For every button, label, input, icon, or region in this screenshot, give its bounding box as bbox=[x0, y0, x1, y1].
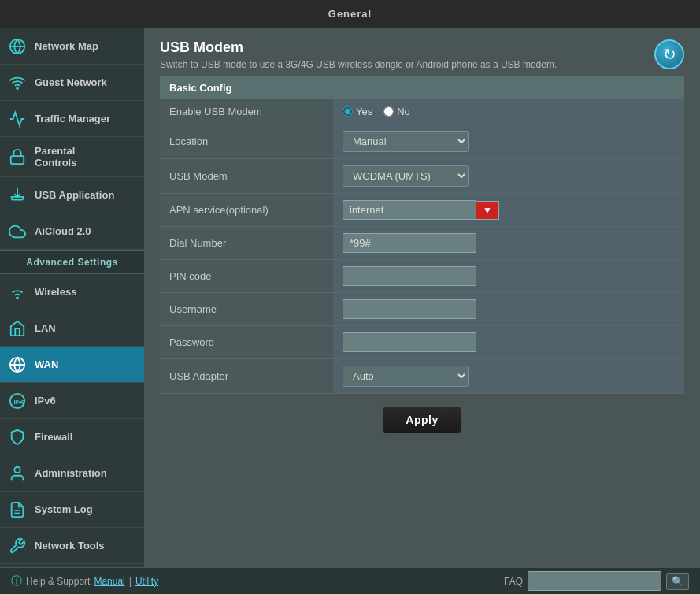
apn-input[interactable] bbox=[343, 200, 476, 220]
content-header: USB Modem Switch to USB mode to use a 3G… bbox=[144, 28, 700, 76]
location-row: Location Manual Auto bbox=[160, 124, 684, 159]
apn-wrapper: ▼ bbox=[343, 200, 675, 220]
sidebar-item-administration[interactable]: Administration bbox=[0, 455, 144, 492]
enable-no-label[interactable]: No bbox=[383, 106, 410, 117]
enable-yes-label[interactable]: Yes bbox=[343, 106, 372, 117]
sidebar-item-parental-controls[interactable]: ParentalControls bbox=[0, 137, 144, 177]
pin-input[interactable] bbox=[343, 266, 476, 286]
enable-label: Enable USB Modem bbox=[160, 99, 333, 124]
usb-adapter-value-cell: Auto Manual bbox=[333, 359, 684, 394]
sidebar-label: USB Application bbox=[35, 189, 114, 201]
sidebar-item-network-tools[interactable]: Network Tools bbox=[0, 528, 144, 564]
usb-icon bbox=[8, 186, 27, 205]
config-table: Basic Config Enable USB Modem Yes bbox=[160, 76, 684, 394]
pin-label: PIN code bbox=[160, 260, 333, 293]
apply-button[interactable]: Apply bbox=[383, 407, 461, 433]
page-subtitle: Switch to USB mode to use a 3G/4G USB wi… bbox=[160, 59, 557, 70]
lock-icon bbox=[8, 147, 27, 166]
globe-icon bbox=[8, 355, 27, 374]
home-icon bbox=[8, 319, 27, 338]
cloud-icon bbox=[8, 222, 27, 241]
usb-adapter-row: USB Adapter Auto Manual bbox=[160, 359, 684, 394]
svg-text:IPv6: IPv6 bbox=[13, 399, 24, 404]
page-title: USB Modem bbox=[160, 39, 557, 56]
sidebar-label: IPv6 bbox=[35, 395, 56, 407]
password-value-cell bbox=[333, 326, 684, 359]
ipv6-icon: IPv6 bbox=[8, 392, 27, 410]
svg-point-2 bbox=[17, 87, 18, 89]
password-label: Password bbox=[160, 326, 333, 359]
sidebar-label: Wireless bbox=[35, 286, 76, 298]
section-title: Basic Config bbox=[160, 76, 684, 99]
enable-usb-row: Enable USB Modem Yes No bbox=[160, 99, 684, 124]
password-row: Password bbox=[160, 326, 684, 359]
dial-input[interactable] bbox=[343, 233, 476, 253]
apn-value-cell: ▼ bbox=[333, 194, 684, 227]
sidebar-item-usb-application[interactable]: USB Application bbox=[0, 177, 144, 213]
sidebar-item-lan[interactable]: LAN bbox=[0, 310, 144, 347]
usb-modem-row: USB Modem WCDMA (UMTS) CDMA WiMAX bbox=[160, 159, 684, 194]
location-value-cell: Manual Auto bbox=[333, 124, 684, 159]
faq-area: FAQ 🔍 bbox=[504, 571, 689, 591]
sidebar: Network Map Guest Network Traffic Manage… bbox=[0, 28, 144, 567]
footer-utility-link[interactable]: Utility bbox=[135, 576, 158, 587]
chart-icon bbox=[8, 110, 27, 128]
svg-point-4 bbox=[17, 297, 18, 299]
advanced-settings-label: Advanced Settings bbox=[0, 250, 144, 274]
sidebar-item-aicloud[interactable]: AiCloud 2.0 bbox=[0, 213, 144, 250]
sidebar-item-firewall[interactable]: Firewall bbox=[0, 419, 144, 455]
content-title-block: USB Modem Switch to USB mode to use a 3G… bbox=[160, 39, 557, 70]
dial-label: Dial Number bbox=[160, 227, 333, 260]
footer-separator: | bbox=[129, 576, 131, 587]
sidebar-item-network-map[interactable]: Network Map bbox=[0, 28, 144, 65]
footer: ⓘ Help & Support Manual | Utility FAQ 🔍 bbox=[0, 567, 700, 594]
back-button[interactable]: ↻ bbox=[654, 39, 684, 69]
username-input[interactable] bbox=[343, 299, 476, 319]
content-area: USB Modem Switch to USB mode to use a 3G… bbox=[144, 28, 700, 567]
general-label: General bbox=[328, 8, 372, 20]
enable-value-cell: Yes No bbox=[333, 99, 684, 124]
person-icon bbox=[8, 464, 27, 483]
sidebar-item-ipv6[interactable]: IPv6 IPv6 bbox=[0, 383, 144, 419]
sidebar-label: Network Tools bbox=[35, 540, 105, 551]
usb-adapter-select[interactable]: Auto Manual bbox=[343, 366, 469, 387]
username-label: Username bbox=[160, 293, 333, 326]
content-body: Basic Config Enable USB Modem Yes bbox=[144, 76, 700, 567]
sidebar-label: Guest Network bbox=[35, 76, 107, 88]
sidebar-item-wan[interactable]: WAN bbox=[0, 347, 144, 383]
location-label: Location bbox=[160, 124, 333, 159]
sidebar-label: System Log bbox=[35, 503, 93, 515]
apn-row: APN service(optional) ▼ bbox=[160, 194, 684, 227]
usb-modem-select[interactable]: WCDMA (UMTS) CDMA WiMAX bbox=[343, 165, 469, 187]
username-value-cell bbox=[333, 293, 684, 326]
usb-modem-label: USB Modem bbox=[160, 159, 333, 194]
usb-adapter-label: USB Adapter bbox=[160, 359, 333, 394]
sidebar-item-system-log[interactable]: System Log bbox=[0, 492, 144, 528]
top-header: General bbox=[0, 0, 700, 28]
main-layout: Network Map Guest Network Traffic Manage… bbox=[0, 28, 700, 567]
pin-value-cell bbox=[333, 260, 684, 293]
log-icon bbox=[8, 500, 27, 519]
username-row: Username bbox=[160, 293, 684, 326]
enable-no-radio[interactable] bbox=[383, 106, 394, 117]
faq-search-button[interactable]: 🔍 bbox=[666, 573, 689, 590]
enable-yes-radio[interactable] bbox=[343, 106, 353, 117]
password-input[interactable] bbox=[343, 332, 476, 352]
wireless-icon bbox=[8, 283, 27, 302]
footer-manual-link[interactable]: Manual bbox=[94, 576, 124, 587]
help-support-text: Help & Support bbox=[26, 576, 90, 587]
apn-dropdown-btn[interactable]: ▼ bbox=[476, 201, 499, 220]
apply-row: Apply bbox=[160, 394, 684, 446]
map-icon bbox=[8, 37, 27, 56]
sidebar-item-traffic-manager[interactable]: Traffic Manager bbox=[0, 101, 144, 137]
dial-row: Dial Number bbox=[160, 227, 684, 260]
sidebar-item-wireless[interactable]: Wireless bbox=[0, 274, 144, 310]
sidebar-item-guest-network[interactable]: Guest Network bbox=[0, 65, 144, 101]
sidebar-label: ParentalControls bbox=[35, 145, 76, 169]
faq-search-input[interactable] bbox=[528, 571, 661, 591]
sidebar-label: WAN bbox=[35, 358, 58, 370]
location-select[interactable]: Manual Auto bbox=[343, 131, 469, 152]
apn-label: APN service(optional) bbox=[160, 194, 333, 227]
sidebar-label: AiCloud 2.0 bbox=[35, 225, 91, 237]
usb-modem-value-cell: WCDMA (UMTS) CDMA WiMAX bbox=[333, 159, 684, 194]
